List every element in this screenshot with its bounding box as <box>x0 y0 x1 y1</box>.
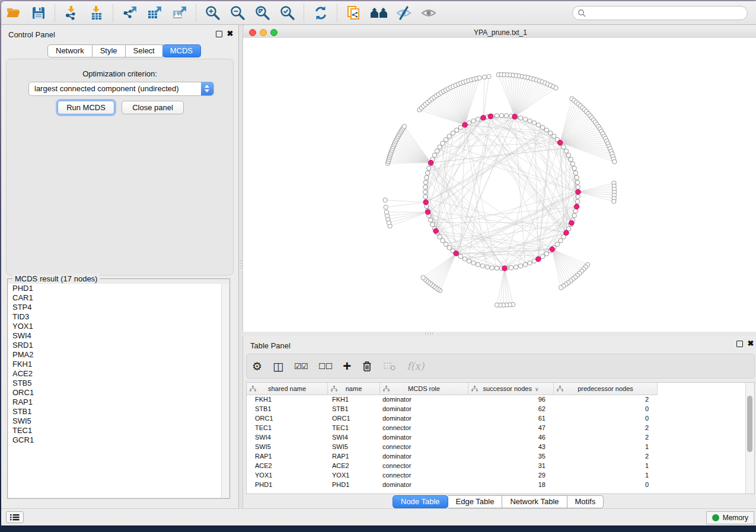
clone-network-button[interactable] <box>343 3 365 23</box>
tab-style[interactable]: Style <box>92 44 126 57</box>
zoom-in-button[interactable] <box>202 3 224 23</box>
search-input[interactable] <box>589 7 747 19</box>
table-row[interactable]: ORC1ORC1dominator610 <box>247 414 655 423</box>
mcds-result-item[interactable]: TID3 <box>8 312 229 322</box>
task-history-button[interactable] <box>6 511 24 523</box>
table-cell[interactable]: dominator <box>379 432 467 442</box>
table-cell[interactable]: connector <box>379 442 467 451</box>
table-cell[interactable]: STB1 <box>247 404 327 414</box>
table-cell[interactable]: connector <box>379 423 467 432</box>
table-cell[interactable]: ACE2 <box>327 461 379 470</box>
table-cell[interactable]: ACE2 <box>247 461 327 470</box>
mcds-hub-node[interactable] <box>536 257 541 262</box>
table-settings-button[interactable]: ⚙ <box>252 357 262 375</box>
control-panel-float-button[interactable] <box>216 31 222 37</box>
table-cell[interactable]: SWI4 <box>327 432 379 442</box>
table-cell[interactable]: 31 <box>467 461 551 470</box>
table-cell[interactable]: 2 <box>551 395 655 404</box>
table-cell[interactable]: 1 <box>551 461 655 470</box>
mcds-result-item[interactable]: GCR1 <box>8 435 229 445</box>
mcds-hub-node[interactable] <box>502 266 508 271</box>
deselect-all-button[interactable]: ☐☐ <box>318 357 332 375</box>
mcds-hub-node[interactable] <box>454 251 459 256</box>
mcds-result-item[interactable]: STB1 <box>8 407 229 416</box>
table-cell[interactable]: 62 <box>467 404 551 414</box>
table-cell[interactable]: RAP1 <box>327 451 379 461</box>
zoom-selected-button[interactable] <box>277 3 298 23</box>
tab-network[interactable]: Network <box>47 44 92 57</box>
table-panel-close-button[interactable]: ✖ <box>747 339 755 348</box>
export-table-button[interactable] <box>144 3 165 23</box>
table-cell[interactable]: connector <box>379 470 467 480</box>
mcds-hub-node[interactable] <box>557 140 563 145</box>
horizontal-splitter[interactable] <box>243 332 756 336</box>
table-cell[interactable]: 0 <box>551 404 655 414</box>
tab-motifs[interactable]: Motifs <box>567 495 604 508</box>
table-cell[interactable]: ORC1 <box>327 414 379 423</box>
column-header-name[interactable]: name <box>328 383 380 395</box>
table-cell[interactable]: 2 <box>551 432 655 442</box>
table-cell[interactable]: PHD1 <box>247 480 327 489</box>
mcds-result-item[interactable]: STP4 <box>8 303 229 312</box>
table-cell[interactable]: 0 <box>551 414 655 423</box>
mcds-hub-node[interactable] <box>423 200 429 205</box>
table-cell[interactable]: 29 <box>467 470 551 480</box>
tab-node-table[interactable]: Node Table <box>393 495 448 508</box>
open-session-button[interactable] <box>3 3 24 23</box>
mcds-result-item[interactable]: SWI5 <box>8 416 229 426</box>
select-all-button[interactable]: ☑☑ <box>294 357 308 375</box>
save-session-button[interactable] <box>28 3 49 23</box>
mcds-hub-node[interactable] <box>433 229 439 234</box>
mcds-hub-node[interactable] <box>512 114 518 120</box>
table-cell[interactable]: dominator <box>379 404 467 414</box>
mcds-hub-node[interactable] <box>576 190 581 195</box>
table-cell[interactable]: dominator <box>379 414 467 423</box>
mcds-result-scrollbar[interactable] <box>221 284 229 498</box>
refresh-button[interactable] <box>310 3 331 23</box>
mcds-result-item[interactable]: CAR1 <box>8 293 229 303</box>
table-cell[interactable]: SWI4 <box>247 432 327 442</box>
delete-row-button[interactable] <box>362 357 372 375</box>
table-row[interactable]: FKH1FKH1dominator962 <box>247 395 655 404</box>
table-row[interactable]: SWI5SWI5connector431 <box>247 442 655 451</box>
table-scrollbar[interactable] <box>745 383 754 493</box>
import-table-button[interactable] <box>86 3 107 23</box>
mcds-result-item[interactable]: STB5 <box>8 379 229 388</box>
table-cell[interactable]: TEC1 <box>327 423 379 432</box>
function-builder-button[interactable]: f(x) <box>407 357 424 375</box>
show-column-button[interactable]: ◫ <box>273 357 283 375</box>
close-panel-button[interactable]: Close panel <box>122 101 184 114</box>
memory-button[interactable]: Memory <box>706 511 754 524</box>
table-row[interactable]: YOX1YOX1connector291 <box>247 470 655 480</box>
tab-edge-table[interactable]: Edge Table <box>448 495 503 508</box>
mcds-hub-node[interactable] <box>481 115 486 120</box>
mcds-result-list[interactable]: PHD1CAR1STP4TID3YOX1SWI4SRD1PMA2FKH1ACE2… <box>8 284 229 498</box>
table-row[interactable]: SWI4SWI4dominator462 <box>247 432 655 442</box>
table-cell[interactable]: SWI5 <box>327 442 379 451</box>
mcds-result-item[interactable]: ORC1 <box>8 388 229 398</box>
table-cell[interactable]: 96 <box>467 395 551 404</box>
table-cell[interactable]: 2 <box>551 451 655 461</box>
tab-select[interactable]: Select <box>126 44 163 57</box>
mcds-hub-node[interactable] <box>569 220 575 226</box>
column-header-mcds-role[interactable]: MCDS role <box>380 383 468 395</box>
table-cell[interactable]: SWI5 <box>247 442 327 451</box>
table-cell[interactable]: dominator <box>379 395 467 404</box>
delete-table-button[interactable] <box>383 357 396 375</box>
column-header-shared-name[interactable]: shared name <box>247 383 328 395</box>
zoom-out-button[interactable] <box>227 3 248 23</box>
optimization-criterion-select[interactable]: largest connected component (undirected) <box>28 82 214 96</box>
mcds-hub-node[interactable] <box>462 123 468 128</box>
show-all-button[interactable] <box>418 3 439 23</box>
table-cell[interactable]: dominator <box>379 480 467 489</box>
column-header-predecessor-nodes[interactable]: predecessor nodes <box>554 383 658 395</box>
mcds-result-item[interactable]: PMA2 <box>8 350 229 360</box>
hide-selected-button[interactable] <box>393 3 414 23</box>
table-cell[interactable]: STB1 <box>327 404 379 414</box>
table-row[interactable]: TEC1TEC1connector472 <box>247 423 655 432</box>
table-cell[interactable]: connector <box>379 461 467 470</box>
add-row-button[interactable]: + <box>343 357 351 375</box>
table-cell[interactable]: 18 <box>467 480 551 489</box>
tab-network-table[interactable]: Network Table <box>502 495 567 508</box>
table-row[interactable]: ACE2ACE2connector311 <box>247 461 655 470</box>
